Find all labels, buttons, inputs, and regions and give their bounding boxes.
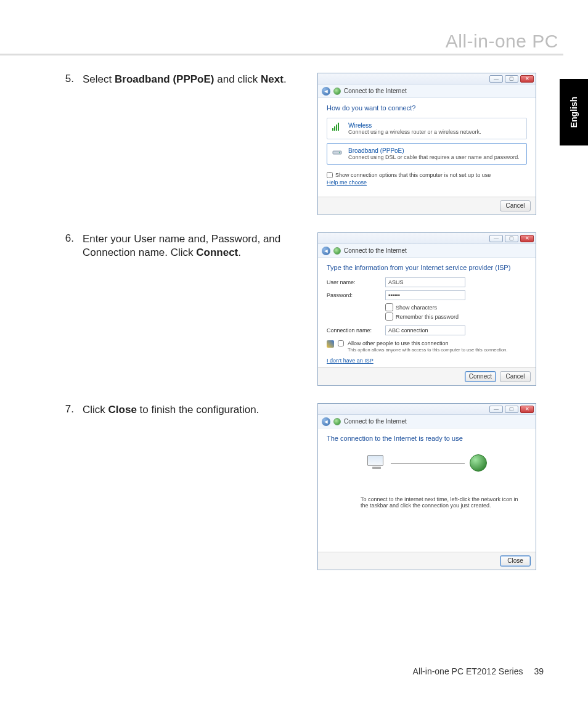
password-label: Password: bbox=[327, 292, 385, 298]
dialog-footer: Cancel bbox=[318, 197, 536, 215]
content: 5. Select Broadband (PPPoE) and click Ne… bbox=[55, 73, 536, 587]
close-icon[interactable]: ✕ bbox=[520, 406, 534, 413]
connection-name-input[interactable]: ABC connection bbox=[385, 325, 465, 335]
connect-button[interactable]: Connect bbox=[465, 371, 496, 382]
modem-icon bbox=[332, 147, 343, 156]
connection-illustration bbox=[327, 454, 527, 472]
dialog-prompt: The connection to the Internet is ready … bbox=[327, 435, 527, 442]
checkbox-icon[interactable] bbox=[338, 340, 344, 346]
dialog-body: The connection to the Internet is ready … bbox=[318, 428, 536, 552]
option-broadband[interactable]: Broadband (PPPoE) Connect using DSL or c… bbox=[327, 143, 527, 165]
step-number: 6. bbox=[55, 232, 83, 245]
step-text: Select Broadband (PPPoE) and click Next. bbox=[83, 73, 289, 86]
back-icon[interactable]: ◄ bbox=[322, 87, 330, 96]
language-tab: English bbox=[560, 79, 588, 145]
step-text: Click Close to finish the configuration. bbox=[83, 403, 289, 417]
option-title: Wireless bbox=[348, 122, 481, 129]
page-number: 39 bbox=[534, 666, 544, 676]
option-desc: Connect using a wireless router or a wir… bbox=[348, 129, 481, 135]
svg-point-1 bbox=[339, 152, 340, 153]
dialog-footer: Close bbox=[318, 552, 536, 570]
computer-icon bbox=[367, 455, 386, 471]
option-desc: Connect using DSL or cable that requires… bbox=[348, 154, 520, 160]
no-isp-link[interactable]: I don't have an ISP bbox=[327, 358, 374, 364]
globe-icon bbox=[333, 247, 341, 255]
internet-globe-icon bbox=[470, 454, 487, 472]
dialog-body: How do you want to connect? Wireless Con… bbox=[318, 98, 536, 197]
page-footer: All-in-one PC ET2012 Series 39 bbox=[413, 666, 544, 676]
remember-password-check[interactable]: Remember this password bbox=[385, 313, 527, 321]
minimize-icon[interactable]: — bbox=[489, 406, 503, 413]
page-header: All-in-one PC bbox=[0, 32, 563, 55]
window-titlebar: — ▢ ✕ bbox=[318, 233, 536, 244]
window-subheader: ◄ Connect to the Internet bbox=[318, 415, 536, 428]
wireless-icon bbox=[332, 122, 343, 131]
password-row: Password: •••••• bbox=[327, 290, 527, 300]
checkbox-icon[interactable] bbox=[385, 303, 393, 311]
connection-name-row: Connection name: ABC connection bbox=[327, 325, 527, 335]
password-input[interactable]: •••••• bbox=[385, 290, 465, 300]
maximize-icon[interactable]: ▢ bbox=[505, 75, 518, 83]
close-icon[interactable]: ✕ bbox=[520, 235, 534, 242]
show-characters-check[interactable]: Show characters bbox=[385, 303, 527, 311]
dialog-prompt: How do you want to connect? bbox=[327, 104, 527, 112]
close-button[interactable]: Close bbox=[500, 555, 531, 567]
checkbox-icon[interactable] bbox=[385, 313, 393, 321]
maximize-icon[interactable]: ▢ bbox=[505, 235, 518, 242]
globe-icon bbox=[333, 418, 341, 425]
screenshot-step7: — ▢ ✕ ◄ Connect to the Internet The conn… bbox=[317, 403, 536, 570]
window-subheader: ◄ Connect to the Internet bbox=[318, 244, 536, 258]
step-6: 6. Enter your User name and, Password, a… bbox=[55, 232, 536, 386]
back-icon[interactable]: ◄ bbox=[322, 247, 330, 255]
connection-line-icon bbox=[391, 463, 465, 464]
cancel-button[interactable]: Cancel bbox=[500, 371, 531, 382]
close-icon[interactable]: ✕ bbox=[520, 75, 534, 83]
step-5: 5. Select Broadband (PPPoE) and click Ne… bbox=[55, 73, 536, 215]
checkbox-icon[interactable] bbox=[327, 172, 333, 178]
option-wireless[interactable]: Wireless Connect using a wireless router… bbox=[327, 118, 527, 139]
dialog-body: Type the information from your Internet … bbox=[318, 258, 536, 367]
maximize-icon[interactable]: ▢ bbox=[505, 406, 518, 413]
username-label: User name: bbox=[327, 279, 385, 285]
step-number: 7. bbox=[55, 403, 83, 415]
username-row: User name: ASUS bbox=[327, 277, 527, 287]
language-label: English bbox=[569, 97, 579, 128]
screenshot-step5: — ▢ ✕ ◄ Connect to the Internet How do y… bbox=[317, 73, 536, 215]
dialog-footer: Connect Cancel bbox=[318, 367, 536, 385]
header-title: All-in-one PC bbox=[446, 31, 558, 51]
option-title: Broadband (PPPoE) bbox=[348, 147, 520, 154]
footer-series: All-in-one PC ET2012 Series bbox=[413, 666, 523, 676]
back-icon[interactable]: ◄ bbox=[322, 417, 330, 426]
show-options-checkbox[interactable]: Show connection options that this comput… bbox=[327, 172, 527, 178]
dialog-prompt: Type the information from your Internet … bbox=[327, 264, 527, 271]
window-titlebar: — ▢ ✕ bbox=[318, 404, 536, 415]
dialog-title: Connect to the Internet bbox=[344, 88, 407, 94]
connection-name-label: Connection name: bbox=[327, 327, 385, 333]
step-text: Enter your User name and, Password, and … bbox=[83, 232, 289, 260]
screenshot-step6: — ▢ ✕ ◄ Connect to the Internet Type the… bbox=[317, 232, 536, 386]
shield-icon bbox=[327, 340, 334, 348]
dialog-title: Connect to the Internet bbox=[344, 418, 407, 425]
ready-note: To connect to the Internet next time, le… bbox=[327, 496, 527, 509]
cancel-button[interactable]: Cancel bbox=[500, 200, 531, 211]
step-7: 7. Click Close to finish the configurati… bbox=[55, 403, 536, 570]
globe-icon bbox=[333, 88, 341, 95]
help-link[interactable]: Help me choose bbox=[327, 179, 367, 186]
window-titlebar: — ▢ ✕ bbox=[318, 73, 536, 84]
window-subheader: ◄ Connect to the Internet bbox=[318, 84, 536, 98]
username-input[interactable]: ASUS bbox=[385, 277, 465, 287]
step-number: 5. bbox=[55, 73, 83, 85]
minimize-icon[interactable]: — bbox=[489, 235, 503, 242]
dialog-title: Connect to the Internet bbox=[344, 247, 407, 254]
minimize-icon[interactable]: — bbox=[489, 75, 503, 83]
allow-others-row[interactable]: Allow other people to use this connectio… bbox=[327, 340, 527, 353]
